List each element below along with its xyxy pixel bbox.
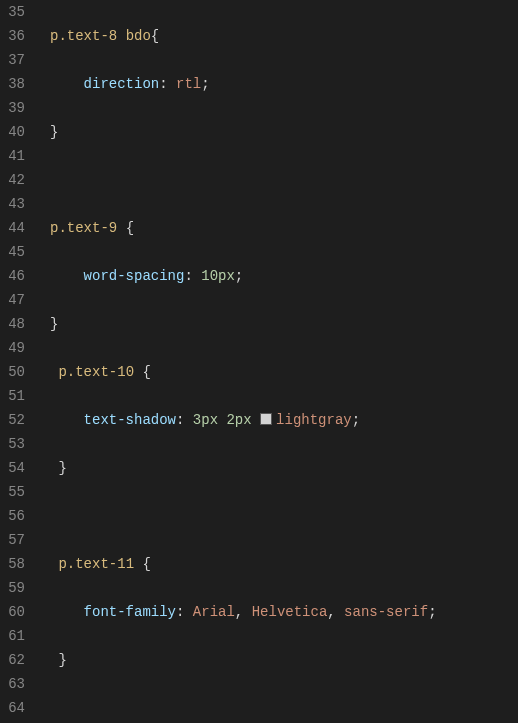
color-swatch-icon [260, 413, 272, 425]
brace: { [126, 220, 134, 236]
sel: . [67, 364, 75, 380]
line-number: 57 [0, 528, 25, 552]
line-number: 52 [0, 408, 25, 432]
line-number: 40 [0, 120, 25, 144]
brace: } [58, 460, 66, 476]
sel: text-9 [67, 220, 117, 236]
punct: : [176, 604, 193, 620]
line-number: 56 [0, 504, 25, 528]
line-number: 38 [0, 72, 25, 96]
line-number: 41 [0, 144, 25, 168]
value: sans-serif [344, 604, 428, 620]
value: Helvetica [252, 604, 328, 620]
line-number: 51 [0, 384, 25, 408]
line-number: 60 [0, 600, 25, 624]
sel: . [58, 220, 66, 236]
sel: . [58, 28, 66, 44]
line-number: 63 [0, 672, 25, 696]
line-number: 43 [0, 192, 25, 216]
line-number: 36 [0, 24, 25, 48]
prop: direction [84, 76, 160, 92]
value: 10px [201, 268, 235, 284]
sel: text-11 [75, 556, 134, 572]
brace: { [142, 556, 150, 572]
punct: ; [352, 412, 360, 428]
brace: { [142, 364, 150, 380]
line-number: 46 [0, 264, 25, 288]
line-number-gutter: 35 36 37 38 39 40 41 42 43 44 45 46 47 4… [0, 0, 40, 723]
value: 3px [193, 412, 218, 428]
brace: } [50, 316, 58, 332]
line-number: 50 [0, 360, 25, 384]
punct: ; [201, 76, 209, 92]
code-area[interactable]: p.text-8 bdo{ direction: rtl; } p.text-9… [40, 0, 518, 723]
sel: . [67, 556, 75, 572]
line-number: 58 [0, 552, 25, 576]
brace: } [50, 124, 58, 140]
line-number: 39 [0, 96, 25, 120]
sel: text-8 [67, 28, 117, 44]
brace: { [151, 28, 159, 44]
sel: p [58, 364, 66, 380]
line-number: 53 [0, 432, 25, 456]
value: lightgray [276, 412, 352, 428]
punct: : [159, 76, 176, 92]
punct: , [327, 604, 344, 620]
sel: p [58, 556, 66, 572]
punct: ; [428, 604, 436, 620]
line-number: 42 [0, 168, 25, 192]
prop: word-spacing [84, 268, 185, 284]
value: Arial [193, 604, 235, 620]
line-number: 61 [0, 624, 25, 648]
line-number: 49 [0, 336, 25, 360]
line-number: 62 [0, 648, 25, 672]
line-number: 47 [0, 288, 25, 312]
punct: : [176, 412, 193, 428]
sel: bdo [117, 28, 151, 44]
line-number: 55 [0, 480, 25, 504]
value: 2px [226, 412, 251, 428]
line-number: 59 [0, 576, 25, 600]
line-number: 48 [0, 312, 25, 336]
line-number: 35 [0, 0, 25, 24]
sel: text-10 [75, 364, 134, 380]
line-number: 54 [0, 456, 25, 480]
value: rtl [176, 76, 201, 92]
prop: font-family [84, 604, 176, 620]
punct: : [184, 268, 201, 284]
prop: text-shadow [84, 412, 176, 428]
code-editor: 35 36 37 38 39 40 41 42 43 44 45 46 47 4… [0, 0, 518, 723]
line-number: 37 [0, 48, 25, 72]
punct: ; [235, 268, 243, 284]
line-number: 45 [0, 240, 25, 264]
brace: } [58, 652, 66, 668]
line-number: 64 [0, 696, 25, 720]
line-number: 44 [0, 216, 25, 240]
punct: , [235, 604, 252, 620]
